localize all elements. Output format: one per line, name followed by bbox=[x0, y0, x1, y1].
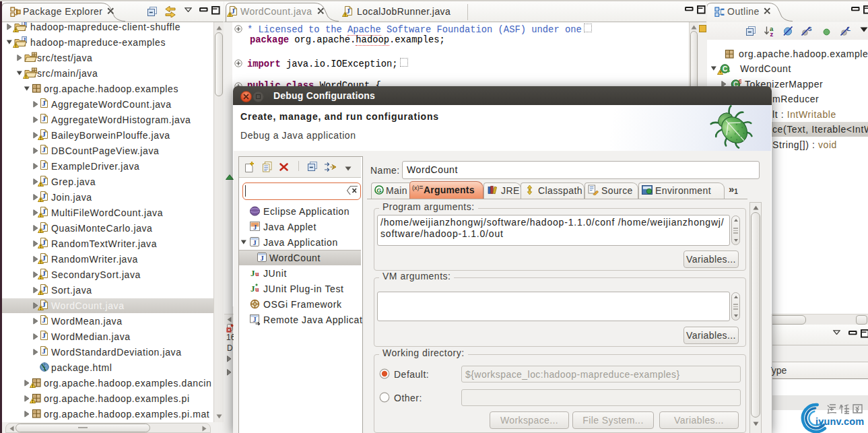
svg-text:J: J bbox=[253, 239, 256, 246]
svg-text:J: J bbox=[42, 99, 46, 107]
svg-text:J: J bbox=[260, 255, 263, 262]
svg-text:J: J bbox=[253, 317, 257, 323]
svg-text:z: z bbox=[770, 30, 774, 37]
svg-text:J: J bbox=[42, 331, 46, 339]
svg-text:J: J bbox=[42, 145, 46, 154]
svg-text:J: J bbox=[251, 284, 255, 294]
svg-text:J: J bbox=[42, 161, 46, 169]
svg-text:G: G bbox=[376, 187, 381, 194]
svg-text:J: J bbox=[253, 224, 257, 231]
svg-text:J: J bbox=[251, 268, 255, 278]
svg-text:J: J bbox=[42, 316, 46, 324]
svg-text:S: S bbox=[739, 79, 742, 85]
svg-text:u: u bbox=[255, 286, 259, 293]
svg-text:J: J bbox=[42, 114, 46, 123]
svg-text:J: J bbox=[42, 347, 46, 355]
svg-text:u: u bbox=[255, 270, 259, 277]
